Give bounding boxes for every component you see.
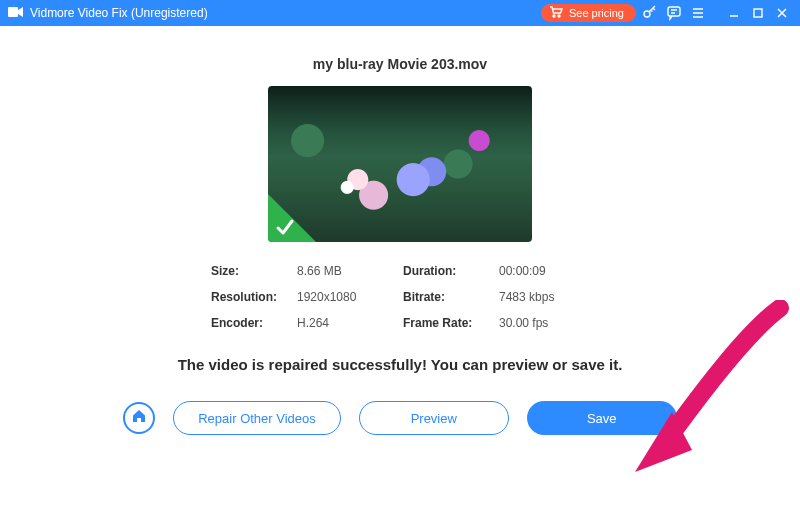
maximize-button[interactable] <box>746 1 770 25</box>
save-label: Save <box>587 411 617 426</box>
see-pricing-label: See pricing <box>569 7 624 19</box>
svg-rect-5 <box>754 9 762 17</box>
preview-label: Preview <box>411 411 457 426</box>
encoder-value: H.264 <box>297 316 397 330</box>
menu-icon[interactable] <box>688 3 708 23</box>
resolution-value: 1920x1080 <box>297 290 397 304</box>
repair-other-label: Repair Other Videos <box>198 411 316 426</box>
metadata-grid: Size: 8.66 MB Duration: 00:00:09 Resolut… <box>211 264 589 330</box>
duration-value: 00:00:09 <box>499 264 589 278</box>
size-label: Size: <box>211 264 291 278</box>
minimize-button[interactable] <box>722 1 746 25</box>
svg-point-2 <box>558 15 560 17</box>
framerate-value: 30.00 fps <box>499 316 589 330</box>
duration-label: Duration: <box>403 264 493 278</box>
cart-icon <box>549 6 563 20</box>
resolution-label: Resolution: <box>211 290 291 304</box>
home-button[interactable] <box>123 402 155 434</box>
preview-button[interactable]: Preview <box>359 401 509 435</box>
repair-other-button[interactable]: Repair Other Videos <box>173 401 341 435</box>
success-message: The video is repaired successfully! You … <box>178 356 623 373</box>
file-name: my blu-ray Movie 203.mov <box>313 56 487 72</box>
svg-rect-4 <box>668 7 680 16</box>
svg-point-3 <box>644 11 650 17</box>
framerate-label: Frame Rate: <box>403 316 493 330</box>
svg-point-1 <box>553 15 555 17</box>
feedback-icon[interactable] <box>664 3 684 23</box>
main-content: my blu-ray Movie 203.mov Size: 8.66 MB D… <box>0 26 800 435</box>
size-value: 8.66 MB <box>297 264 397 278</box>
video-thumbnail[interactable] <box>268 86 532 242</box>
svg-rect-0 <box>8 7 18 17</box>
encoder-label: Encoder: <box>211 316 291 330</box>
see-pricing-button[interactable]: See pricing <box>541 4 636 22</box>
close-button[interactable] <box>770 1 794 25</box>
key-icon[interactable] <box>640 3 660 23</box>
bitrate-label: Bitrate: <box>403 290 493 304</box>
app-logo-icon <box>8 5 24 22</box>
save-button[interactable]: Save <box>527 401 677 435</box>
checkmark-icon <box>274 216 296 238</box>
bitrate-value: 7483 kbps <box>499 290 589 304</box>
titlebar: Vidmore Video Fix (Unregistered) See pri… <box>0 0 800 26</box>
action-row: Repair Other Videos Preview Save <box>123 401 677 435</box>
home-icon <box>131 408 147 428</box>
app-title: Vidmore Video Fix (Unregistered) <box>30 6 208 20</box>
